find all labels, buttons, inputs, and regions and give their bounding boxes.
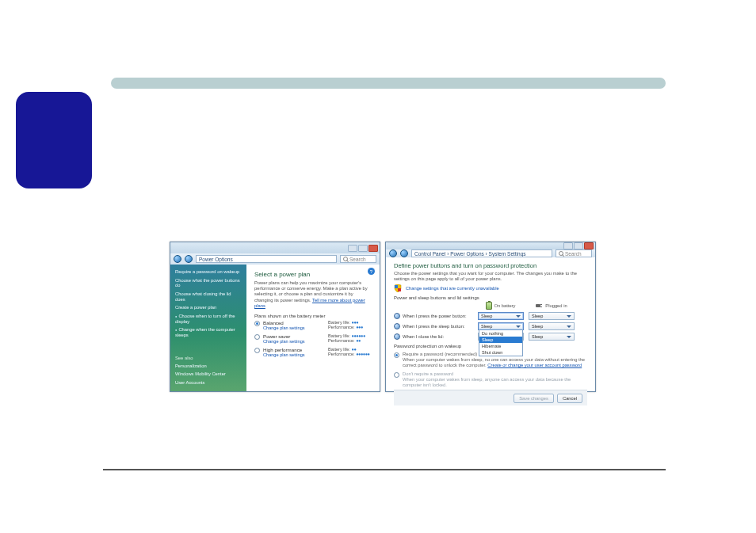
lid-icon bbox=[394, 333, 400, 340]
address-bar: Control Panel › Power Options › System S… bbox=[386, 249, 595, 257]
cancel-button[interactable]: Cancel bbox=[557, 394, 582, 403]
window-power-options: Power Options Search Require a password … bbox=[170, 242, 380, 392]
plan-name: High performance bbox=[263, 347, 325, 352]
dd-power-button-battery[interactable]: Sleep bbox=[478, 312, 524, 320]
shield-icon bbox=[394, 284, 402, 292]
dd-sleep-button-plugged[interactable]: Sleep bbox=[529, 322, 575, 330]
section-buttons-lid: Power and sleep buttons and lid settings bbox=[394, 295, 587, 300]
task-sidebar: Require a password on wakeup Choose what… bbox=[170, 265, 246, 391]
breadcrumb-text: Control Panel › Power Options › System S… bbox=[414, 251, 526, 257]
titlebar bbox=[170, 242, 380, 253]
plans-header: Plans shown on the battery meter bbox=[254, 314, 372, 318]
dropdown-option[interactable]: Do nothing bbox=[479, 330, 522, 337]
svg-rect-1 bbox=[398, 288, 401, 291]
row-sleep-button: When I press the sleep button: bbox=[394, 323, 473, 329]
help-icon[interactable]: ? bbox=[368, 268, 375, 275]
radio-require-password[interactable] bbox=[394, 352, 399, 358]
option-no-password: Don't require a password When your compu… bbox=[394, 371, 587, 388]
page-title: Select a power plan bbox=[254, 271, 372, 278]
row-close-lid: When I close the lid: bbox=[394, 333, 473, 340]
plug-icon bbox=[536, 303, 544, 309]
change-plan-link[interactable]: Change plan settings bbox=[263, 352, 325, 357]
dropdown-list: Do nothing Sleep Hibernate Shut down bbox=[479, 329, 523, 356]
page-side-badge bbox=[16, 92, 92, 188]
titlebar bbox=[386, 242, 595, 249]
dropdown-option[interactable]: Shut down bbox=[479, 349, 522, 356]
sidebar-link-require-password[interactable]: Require a password on wakeup bbox=[175, 269, 242, 275]
col-plugged-in: Plugged in bbox=[529, 303, 575, 309]
search-placeholder: Search bbox=[565, 251, 582, 257]
dropdown-option[interactable]: Sleep bbox=[479, 337, 522, 343]
address-bar: Power Options Search bbox=[170, 253, 380, 265]
radio-no-password bbox=[394, 372, 399, 378]
maximize-button[interactable] bbox=[574, 242, 583, 249]
maximize-button[interactable] bbox=[358, 245, 368, 252]
search-placeholder: Search bbox=[349, 257, 366, 262]
close-button[interactable] bbox=[368, 245, 378, 252]
option-title: Don't require a password bbox=[403, 371, 587, 377]
minimize-button[interactable] bbox=[563, 242, 573, 249]
forward-button[interactable] bbox=[400, 249, 408, 257]
see-also-personalization[interactable]: Personalization bbox=[175, 364, 242, 369]
dd-power-button-plugged[interactable]: Sleep bbox=[529, 312, 575, 320]
save-button[interactable]: Save changes bbox=[514, 394, 554, 403]
radio-power-saver[interactable] bbox=[254, 334, 260, 340]
forward-button[interactable] bbox=[185, 255, 193, 263]
breadcrumb[interactable]: Control Panel › Power Options › System S… bbox=[411, 249, 552, 257]
breadcrumb-text: Power Options bbox=[199, 257, 233, 262]
search-icon bbox=[559, 251, 563, 256]
row-power-button: When I press the power button: bbox=[394, 313, 473, 319]
unlock-settings-link[interactable]: Change settings that are currently unava… bbox=[406, 286, 499, 291]
page-title: Define power buttons and turn on passwor… bbox=[394, 262, 587, 269]
page-description: Power plans can help you maximize your c… bbox=[254, 280, 372, 309]
dd-sleep-button-battery[interactable]: Sleep Do nothing Sleep Hibernate Shut do… bbox=[478, 322, 524, 330]
page-header-rule bbox=[111, 78, 666, 89]
create-change-password-link[interactable]: Create or change your user account passw… bbox=[487, 363, 582, 367]
sidebar-link-create-plan[interactable]: Create a power plan bbox=[175, 305, 242, 310]
sidebar-link-computer-sleeps[interactable]: Change when the computer sleeps bbox=[175, 327, 242, 337]
see-also-user-accounts[interactable]: User Accounts bbox=[175, 380, 242, 386]
radio-high-performance[interactable] bbox=[254, 348, 260, 353]
sleep-button-icon bbox=[394, 323, 400, 329]
change-plan-link[interactable]: Change plan settings bbox=[263, 326, 325, 330]
main-content: ? Select a power plan Power plans can he… bbox=[246, 265, 380, 391]
main-content: Define power buttons and turn on passwor… bbox=[386, 257, 595, 405]
search-icon bbox=[343, 257, 348, 261]
sidebar-link-turn-off-display[interactable]: Choose when to turn off the display bbox=[175, 314, 242, 324]
col-on-battery: On battery bbox=[478, 302, 524, 310]
back-button[interactable] bbox=[389, 249, 397, 257]
see-also-mobility-center[interactable]: Windows Mobility Center bbox=[175, 371, 242, 377]
dd-lid-plugged[interactable]: Sleep bbox=[529, 333, 575, 341]
close-button[interactable] bbox=[584, 242, 594, 249]
svg-rect-0 bbox=[395, 285, 398, 288]
minimize-button[interactable] bbox=[348, 245, 357, 252]
back-button[interactable] bbox=[174, 255, 181, 263]
battery-icon bbox=[486, 302, 492, 310]
plan-name: Balanced bbox=[263, 320, 325, 326]
plan-balanced[interactable]: Balanced Change plan settings Battery li… bbox=[254, 320, 372, 330]
see-also-heading: See also bbox=[175, 356, 242, 360]
power-button-icon bbox=[394, 313, 400, 319]
window-system-settings: Control Panel › Power Options › System S… bbox=[385, 242, 596, 392]
sidebar-link-closing-lid[interactable]: Choose what closing the lid does bbox=[175, 291, 242, 302]
radio-balanced[interactable] bbox=[254, 321, 260, 326]
page-footer-rule bbox=[103, 469, 666, 470]
dropdown-option[interactable]: Hibernate bbox=[479, 343, 522, 349]
plan-name: Power saver bbox=[263, 333, 325, 339]
search-input[interactable]: Search bbox=[340, 255, 376, 263]
plan-power-saver[interactable]: Power saver Change plan settings Battery… bbox=[254, 333, 372, 344]
change-plan-link[interactable]: Change plan settings bbox=[263, 339, 325, 344]
page-description: Choose the power settings that you want … bbox=[394, 271, 587, 282]
search-input[interactable]: Search bbox=[556, 249, 592, 257]
plan-high-performance[interactable]: High performance Change plan settings Ba… bbox=[254, 347, 372, 357]
sidebar-link-power-buttons[interactable]: Choose what the power buttons do bbox=[175, 278, 242, 288]
dialog-footer: Save changes Cancel bbox=[394, 390, 587, 405]
breadcrumb[interactable]: Power Options bbox=[196, 255, 337, 263]
